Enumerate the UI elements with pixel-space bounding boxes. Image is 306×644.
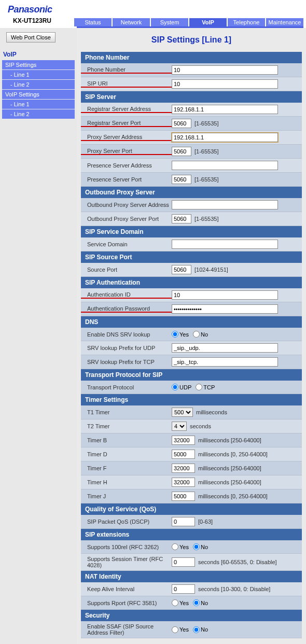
text-input[interactable] [172,79,278,89]
radio-input[interactable] [172,331,178,338]
form-row: Service Domain [81,237,302,251]
row-label: Registrar Server Port [81,120,172,127]
radio-input[interactable] [193,599,200,606]
radio-input[interactable] [172,599,178,606]
text-input[interactable] [172,478,195,487]
text-input[interactable] [172,105,278,114]
radio-option[interactable]: No [193,599,208,606]
tab-system[interactable]: System [151,18,188,26]
select-input[interactable]: 4 [172,422,187,431]
tab-telephone[interactable]: Telephone [228,18,265,26]
tab-voip[interactable]: VoIP [189,18,227,26]
row-value: YesNo [172,599,302,606]
form-row: Supports 100rel (RFC 3262)YesNo [81,540,302,554]
radio-option[interactable]: UDP [172,384,191,390]
text-input[interactable] [172,557,195,567]
hint-text: [1-65535] [194,176,218,183]
nav-voip-settings[interactable]: VoIP Settings [2,90,75,99]
radio-input[interactable] [193,331,200,338]
row-label: Timer F [81,465,172,471]
row-value [172,133,302,142]
text-input[interactable] [172,464,195,473]
radio-input[interactable] [172,543,178,550]
tab-maintenance[interactable]: Maintenance [266,18,303,26]
form-row: Registrar Server Port[1-65535] [81,117,302,131]
row-value [172,290,302,300]
radio-option[interactable]: Yes [172,599,189,606]
nav-sub[interactable]: - Line 1 [2,100,75,109]
form-row: SIP Packet QoS (DSCP)[0-63] [81,515,302,529]
form-row: T1 Timer500milliseconds [81,405,302,419]
radio-input[interactable] [172,626,178,633]
radio-input[interactable] [193,543,200,550]
text-input[interactable] [172,492,195,501]
text-input[interactable] [172,175,191,184]
row-value: milliseconds [0, 250-64000] [172,450,302,459]
radio-input[interactable] [196,384,202,390]
form-row: Timer Dmilliseconds [0, 250-64000] [81,447,302,461]
hint-text: [1-65535] [194,148,218,155]
nav-sub[interactable]: - Line 2 [2,109,75,119]
text-input[interactable] [172,436,195,445]
row-label: Source Port [81,267,172,273]
web-port-close-button[interactable]: Web Port Close [6,32,55,43]
text-input[interactable] [172,357,278,367]
section-header: SIP Authentication [81,277,302,288]
form-row: Outbound Proxy Server Address [81,198,302,212]
text-input[interactable] [172,65,278,75]
hint-text: seconds [190,423,211,429]
radio-option[interactable]: Yes [172,543,189,550]
text-input[interactable] [172,517,195,526]
form-row: Enable SSAF (SIP Source Address Filter)Y… [81,621,302,638]
text-input[interactable] [172,161,278,170]
form-row: SRV lookup Prefix for UDP [81,341,302,355]
radio-option[interactable]: No [193,626,208,633]
text-input[interactable] [172,450,195,459]
text-input[interactable] [172,343,278,353]
hint-text: [1024-49151] [194,267,228,273]
radio-option[interactable]: Yes [172,626,189,633]
text-input[interactable] [172,214,191,223]
hint-text: milliseconds [250-64000] [198,437,261,443]
hint-text: milliseconds [0, 250-64000] [198,451,268,457]
radio-input[interactable] [193,626,200,633]
radio-option[interactable]: No [193,331,208,338]
text-input[interactable] [172,147,191,156]
row-label: SRV lookup Prefix for TCP [81,359,172,365]
row-label: Authentication Password [81,305,172,313]
tab-status[interactable]: Status [74,18,112,26]
text-input[interactable] [172,200,278,209]
row-value: YesNo [172,626,302,633]
row-value [172,357,302,367]
text-input[interactable] [172,584,195,594]
nav-sub[interactable]: - Line 2 [2,80,75,89]
text-input[interactable] [172,240,278,249]
row-label: Timer D [81,451,172,457]
radio-option[interactable]: Yes [172,331,189,338]
tab-network[interactable]: Network [113,18,150,26]
text-input[interactable] [172,119,191,128]
section-header: DNS [81,316,302,328]
form-row: Supports Rport (RFC 3581)YesNo [81,596,302,610]
radio-option[interactable]: TCP [196,384,215,390]
form-row: Source Port[1024-49151] [81,263,302,277]
form-row: Presence Server Address [81,159,302,173]
radio-option[interactable]: No [193,543,208,550]
text-input[interactable] [172,265,191,274]
text-input[interactable] [172,304,278,314]
form-row: Presence Server Port[1-65535] [81,173,302,187]
text-input[interactable] [172,133,278,142]
nav-sub[interactable]: - Line 1 [2,70,75,79]
section-header: SIP extensions [81,529,302,540]
row-label: Keep Alive Interval [81,586,172,592]
radio-input[interactable] [172,384,178,390]
form-row: Supports Session Timer (RFC 4028)seconds… [81,554,302,571]
nav-sip-settings[interactable]: SIP Settings [2,60,75,69]
row-value: YesNo [172,331,302,338]
text-input[interactable] [172,290,278,300]
row-label: Outbound Proxy Server Port [81,216,172,222]
section-header: NAT Identity [81,571,302,582]
row-label: Supports 100rel (RFC 3262) [81,544,172,550]
select-input[interactable]: 500 [172,408,193,417]
section-header: SIP Server [81,91,302,103]
